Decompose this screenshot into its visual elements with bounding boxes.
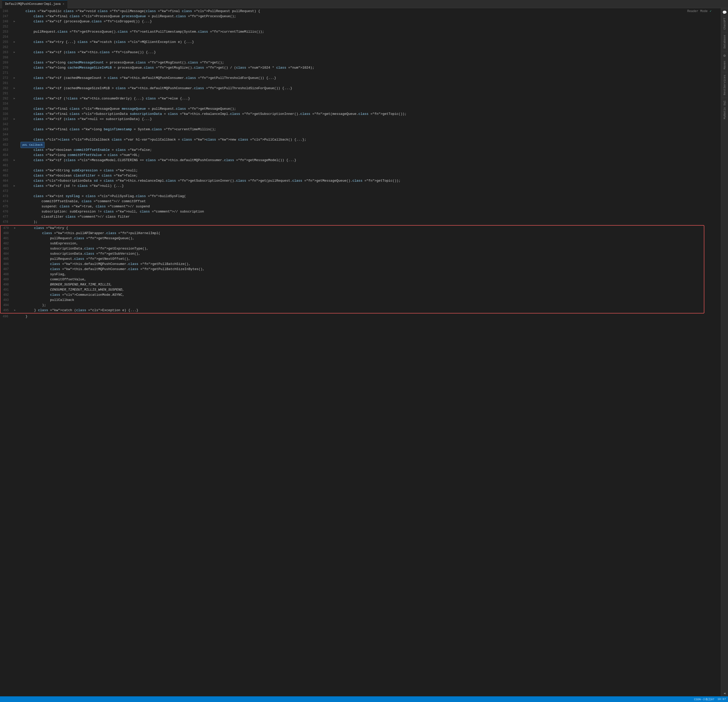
line-number: 492 — [0, 293, 13, 298]
sidebar-maven-icon[interactable]: ⚙ — [722, 52, 727, 59]
line-number: 272 — [0, 75, 12, 81]
code-line: 490 BROKER_SUSPEND_MAX_TIME_MILLIS, — [0, 282, 704, 287]
sidebar-item-mybatis[interactable]: MyBatis Sql — [722, 99, 727, 121]
code-content: } class ="kw">catch (class ="cls">Except… — [17, 308, 704, 313]
sidebar-item-chatgpt[interactable]: ChatGPT — [722, 16, 727, 31]
line-number: 464 — [0, 178, 12, 183]
line-number: 472 — [0, 189, 12, 194]
code-line: 491 CONSUMER_TIMEOUT_MILLIS_WHEN_SUSPEND… — [0, 287, 704, 293]
fold-indicator[interactable]: ▶ — [12, 158, 16, 163]
code-content: class ="kw">try {...} class ="kw">catch … — [16, 40, 721, 45]
code-content: class ="kw">if (cachedMessageSizeInMiB >… — [16, 86, 721, 91]
code-line: 488 sysFlag, — [0, 272, 704, 277]
fold-indicator[interactable]: ▶ — [12, 86, 16, 91]
code-line: 282▶ class ="kw">if (cachedMessageSizeIn… — [0, 86, 721, 91]
fold-indicator[interactable]: ▶ — [12, 19, 16, 24]
code-content: class ="kw">this.defaultMQPushConsumer.c… — [17, 262, 704, 267]
code-content: sysFlag, — [17, 272, 704, 277]
code-content: class ="kw">if (class ="kw">null == subs… — [16, 117, 721, 122]
code-line: 495▶ } class ="kw">catch (class ="cls">E… — [0, 308, 704, 313]
code-content: class ="kw">if (class ="cls">MessageMode… — [16, 158, 721, 163]
code-content: class ="kw">boolean commitOffsetEnable =… — [16, 147, 721, 153]
code-line: 342 — [0, 122, 721, 127]
code-line: 262 — [0, 45, 721, 50]
code-content: class ="kw">String subExpression = class… — [16, 168, 721, 173]
code-content: subscriptionData.class ="fn">getSubVersi… — [17, 251, 704, 257]
code-content: pullRequest.class ="fn">getProcessQueue(… — [16, 29, 721, 35]
sidebar-item-database[interactable]: Database — [722, 33, 727, 50]
pullcallback-annotation: pUL Callback — [20, 142, 45, 148]
code-content: commitOffsetValue, — [17, 277, 704, 282]
sidebar-item-maven[interactable]: Maven — [722, 59, 727, 71]
line-number: 342 — [0, 122, 12, 127]
line-number: 271 — [0, 71, 12, 75]
code-line: 485 pullRequest.class ="fn">getNextOffse… — [0, 257, 704, 262]
code-line: 272▶ class ="kw">if (cachedMessageCount … — [0, 75, 721, 81]
code-line: 486 class ="kw">this.defaultMQPushConsum… — [0, 262, 704, 267]
line-number: 465 — [0, 183, 12, 189]
line-number: 478 — [0, 219, 12, 225]
line-number: 494 — [0, 303, 13, 308]
code-line: 475 suspend: class ="kw">true, class ="c… — [0, 204, 721, 209]
line-number: 270 — [0, 65, 12, 71]
tab-close-icon[interactable]: × — [63, 3, 64, 6]
code-content: ); — [16, 219, 721, 225]
code-line: 255▶ class ="kw">try {...} class ="kw">c… — [0, 40, 721, 45]
code-line: 252 — [0, 24, 721, 29]
code-content: class ="kw">try { — [17, 226, 704, 231]
sidebar-item-restservices[interactable]: RestServices — [722, 73, 727, 97]
code-line: 478 ); — [0, 219, 721, 225]
code-content: class ="kw">if (!class ="kw">this.consum… — [16, 96, 721, 101]
file-tab[interactable]: DefaultMQPushConsumerImpl.java × — [2, 0, 67, 8]
line-number: 489 — [0, 277, 13, 282]
code-content: pullRequest.class ="fn">getNextOffset(), — [17, 257, 704, 262]
line-number: 495 — [0, 308, 13, 313]
code-content: classFilter class ="comment">// class fi… — [16, 214, 721, 219]
code-line: 479▶ class ="kw">try { — [0, 226, 704, 231]
fold-indicator[interactable]: ▶ — [13, 308, 17, 313]
status-encoding: CSDN·小鱼注07 — [694, 698, 714, 701]
code-line: 253 pullRequest.class ="fn">getProcessQu… — [0, 29, 721, 35]
code-line: 465▶ class ="kw">if (sd != class ="kw">n… — [0, 183, 721, 189]
code-line: 493 pullCallback — [0, 298, 704, 303]
code-content: class ="kw">long commitOffsetValue = cla… — [16, 153, 721, 158]
code-line: 334 — [0, 101, 721, 107]
code-content: class ="kw">if (cachedMessageCount > cla… — [16, 75, 721, 81]
fold-indicator[interactable]: ▶ — [12, 96, 16, 101]
editor-area[interactable]: Reader Mode ✓ 246 class ="kw">public cla… — [0, 8, 721, 696]
sidebar-divider-4 — [722, 98, 727, 98]
highlighted-try-block: 479▶ class ="kw">try {480 class ="kw">th… — [0, 225, 704, 313]
line-number: 246 — [0, 9, 12, 14]
code-line: 454 class ="kw">long commitOffsetValue =… — [0, 153, 721, 158]
line-number: 462 — [0, 168, 12, 173]
code-content: class ="kw">final class ="cls">ProcessQu… — [16, 14, 721, 19]
code-content: class ="cls">CommunicationMode.ASYNC, — [17, 293, 704, 298]
code-line: 489 commitOffsetValue, — [0, 277, 704, 282]
line-number: 291 — [0, 91, 12, 96]
line-number: 477 — [0, 214, 12, 219]
fold-indicator[interactable]: ▶ — [12, 40, 16, 45]
line-number: 334 — [0, 101, 12, 107]
fold-indicator[interactable]: ▶ — [12, 50, 16, 55]
fold-indicator[interactable]: ▶ — [12, 75, 16, 81]
fold-indicator[interactable]: ▶ — [12, 117, 16, 122]
line-number: 486 — [0, 262, 13, 267]
line-number: 461 — [0, 163, 12, 168]
fold-indicator[interactable]: ▶ — [12, 183, 16, 189]
code-line: 487 class ="kw">this.defaultMQPushConsum… — [0, 267, 704, 272]
code-line: 464 class ="cls">SubscriptionData sd = c… — [0, 178, 721, 183]
code-line: 345 class ="cls">class ="cls">PullCallba… — [0, 137, 721, 142]
line-number: 281 — [0, 81, 12, 86]
line-number: 255 — [0, 40, 12, 45]
code-content: class ="kw">boolean classFilter = class … — [16, 173, 721, 178]
code-content: class ="kw">final class ="kw">long begin… — [16, 127, 721, 132]
sidebar-expand-icon[interactable]: ◀ — [722, 690, 727, 696]
sidebar-chatgpt-icon[interactable]: 💬 — [721, 9, 728, 16]
code-line: 453 class ="kw">boolean commitOffsetEnab… — [0, 147, 721, 153]
code-line: 337▶ class ="kw">if (class ="kw">null ==… — [0, 117, 721, 122]
code-line: 472 — [0, 189, 721, 194]
code-content: class ="kw">if (class ="kw">this.class =… — [16, 50, 721, 55]
fold-indicator[interactable]: ▶ — [13, 226, 17, 231]
line-number: 254 — [0, 35, 12, 40]
code-line: 271 — [0, 71, 721, 75]
